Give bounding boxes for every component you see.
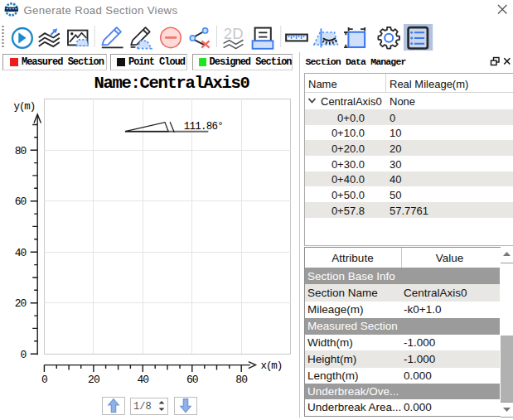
svg-text:60: 60 <box>15 196 27 208</box>
svg-text:x(m): x(m) <box>261 360 283 372</box>
svg-text:80: 80 <box>235 374 247 386</box>
svg-text:60: 60 <box>186 374 198 386</box>
svg-text:111.86°: 111.86° <box>184 121 223 133</box>
svg-text:20: 20 <box>15 297 27 310</box>
svg-text:0: 0 <box>21 349 27 361</box>
svg-text:Name:CentralAxis0: Name:CentralAxis0 <box>94 74 249 93</box>
svg-text:40: 40 <box>137 374 148 386</box>
svg-text:20: 20 <box>88 374 99 386</box>
svg-text:40: 40 <box>15 247 27 259</box>
svg-text:80: 80 <box>15 145 27 157</box>
svg-text:y(m): y(m) <box>14 101 36 113</box>
svg-text:0: 0 <box>41 374 47 386</box>
